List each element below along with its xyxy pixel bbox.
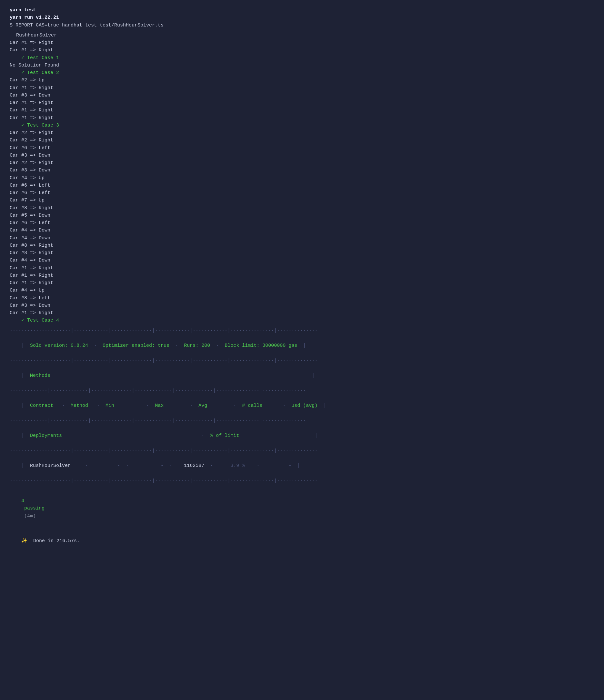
car-move-29: Car #4 => Up bbox=[10, 287, 594, 294]
car-move-13: Car #3 => Down bbox=[10, 167, 594, 174]
row-pipe: | bbox=[21, 463, 30, 469]
car-move-20: Car #6 => Left bbox=[10, 219, 594, 227]
command-yarn-test: yarn test bbox=[10, 6, 594, 14]
car-move-32: Car #1 => Right bbox=[10, 309, 594, 317]
command-yarn-version: yarn run v1.22.21 bbox=[10, 14, 594, 21]
car-move-10: Car #6 => Left bbox=[10, 144, 594, 152]
col-sep5: · bbox=[207, 403, 242, 408]
car-move-24: Car #8 => Right bbox=[10, 249, 594, 257]
car-move-28: Car #1 => Right bbox=[10, 279, 594, 287]
test-case-4: ✓ Test Case 4 bbox=[10, 317, 594, 324]
solc-sep3: · bbox=[210, 343, 225, 348]
passing-time: (4m) bbox=[21, 514, 36, 519]
col-sep4: · bbox=[164, 403, 199, 408]
col-sep2: · bbox=[88, 403, 106, 408]
no-solution: No Solution Found bbox=[10, 62, 594, 69]
methods-pipe: | bbox=[21, 373, 30, 378]
methods-end: | bbox=[50, 373, 315, 378]
car-move-22: Car #4 => Down bbox=[10, 234, 594, 242]
car-move-23: Car #8 => Right bbox=[10, 242, 594, 249]
col-sep1: · bbox=[53, 403, 71, 408]
col-method: Method bbox=[71, 403, 88, 408]
table-deployments-header: | Deployments · % of limit | bbox=[10, 425, 594, 447]
car-move-19: Car #5 => Down bbox=[10, 212, 594, 219]
car-move-5: Car #1 => Right bbox=[10, 99, 594, 106]
row-avg-gas: 1162587 bbox=[184, 463, 204, 469]
car-move-8: Car #2 => Right bbox=[10, 129, 594, 136]
terminal: yarn test yarn run v1.22.21 $ REPORT_GAS… bbox=[10, 6, 594, 552]
test-case-1: ✓ Test Case 1 bbox=[10, 54, 594, 62]
car-move-12: Car #2 => Right bbox=[10, 159, 594, 167]
runs-label: Runs: 200 bbox=[184, 343, 210, 348]
row-pct: 3.9 % bbox=[230, 463, 245, 469]
test-case-3: ✓ Test Case 3 bbox=[10, 122, 594, 129]
car-move-1: Car #1 => Right bbox=[10, 47, 594, 54]
passing-count: 4 bbox=[21, 498, 24, 504]
deploy-end: | bbox=[239, 433, 317, 439]
solc-version-label: Solc version: 0.8.24 bbox=[30, 343, 88, 348]
car-move-7: Car #1 => Right bbox=[10, 114, 594, 122]
table-separator-3: ·············|·············|············… bbox=[10, 387, 594, 395]
pct-limit-label: % of limit bbox=[210, 433, 239, 439]
col-contract: Contract bbox=[30, 403, 53, 408]
col-max: Max bbox=[155, 403, 164, 408]
col-end: | bbox=[317, 403, 326, 408]
car-move-25: Car #4 => Down bbox=[10, 257, 594, 264]
table-separator-4: ·············|·············|············… bbox=[10, 417, 594, 425]
car-move-4: Car #3 => Down bbox=[10, 92, 594, 99]
row-contract-name: RushHourSolver bbox=[30, 463, 71, 469]
car-move-2: Car #2 => Up bbox=[10, 77, 594, 84]
col-sep6: · bbox=[262, 403, 291, 408]
deploy-pipe: | bbox=[21, 433, 30, 439]
col-usd: usd (avg) bbox=[291, 403, 317, 408]
table-rushhour-row: | RushHourSolver · - · - · 1162587 · 3.9… bbox=[10, 455, 594, 477]
car-move-21: Car #4 => Down bbox=[10, 227, 594, 234]
col-pipe: | bbox=[21, 403, 30, 408]
col-avg: Avg bbox=[199, 403, 207, 408]
done-icon: ✨ bbox=[21, 538, 33, 544]
solc-sep2: · bbox=[169, 343, 184, 348]
table-separator-5: ·····················|············|·····… bbox=[10, 447, 594, 455]
passing-label: passing bbox=[21, 506, 45, 511]
table-separator-6: ·····················|············|·····… bbox=[10, 477, 594, 485]
table-separator-2: ·····················|············|·····… bbox=[10, 357, 594, 365]
car-move-31: Car #3 => Down bbox=[10, 302, 594, 309]
command-hardhat: $ REPORT_GAS=true hardhat test test/Rush… bbox=[10, 22, 594, 29]
car-move-14: Car #4 => Up bbox=[10, 174, 594, 182]
col-calls: # calls bbox=[242, 403, 262, 408]
car-move-30: Car #8 => Left bbox=[10, 295, 594, 302]
table-solc-line: | Solc version: 0.8.24 · Optimizer enabl… bbox=[10, 334, 594, 357]
deployments-label: Deployments bbox=[30, 433, 62, 439]
table-methods-header: | Methods | bbox=[10, 365, 594, 387]
car-move-0: Car #1 => Right bbox=[10, 39, 594, 47]
car-move-3: Car #1 => Right bbox=[10, 84, 594, 92]
done-line: ✨ Done in 216.57s. bbox=[10, 530, 594, 552]
table-separator-1: ·····················|············|·····… bbox=[10, 327, 594, 334]
car-move-17: Car #7 => Up bbox=[10, 197, 594, 204]
block-limit-label: Block limit: 30000000 gas bbox=[225, 343, 297, 348]
deploy-mid: · bbox=[62, 433, 210, 439]
car-move-18: Car #8 => Right bbox=[10, 204, 594, 212]
car-move-9: Car #2 => Right bbox=[10, 136, 594, 144]
col-min: Min bbox=[106, 403, 114, 408]
test-case-2: ✓ Test Case 2 bbox=[10, 69, 594, 77]
solc-sep1: · bbox=[88, 343, 103, 348]
methods-label: Methods bbox=[30, 373, 50, 378]
done-text: Done in 216.57s. bbox=[33, 538, 80, 544]
table-columns: | Contract · Method · Min · Max · Avg · … bbox=[10, 395, 594, 417]
solver-name: RushHourSolver bbox=[10, 32, 594, 39]
table-solc-text: | bbox=[21, 343, 30, 348]
optimizer-label: Optimizer enabled: true bbox=[103, 343, 169, 348]
row-sep: · bbox=[204, 463, 230, 469]
car-move-6: Car #1 => Right bbox=[10, 106, 594, 114]
car-move-11: Car #3 => Down bbox=[10, 152, 594, 159]
car-move-27: Car #1 => Right bbox=[10, 272, 594, 279]
summary-passing: 4 passing (4m) bbox=[10, 490, 594, 527]
solc-end: | bbox=[297, 343, 306, 348]
row-end: · - | bbox=[245, 463, 300, 469]
car-move-15: Car #6 => Left bbox=[10, 182, 594, 189]
car-move-26: Car #1 => Right bbox=[10, 265, 594, 272]
car-move-16: Car #6 => Left bbox=[10, 189, 594, 197]
col-sep3: · bbox=[114, 403, 155, 408]
row-mid: · - · - · bbox=[71, 463, 184, 469]
